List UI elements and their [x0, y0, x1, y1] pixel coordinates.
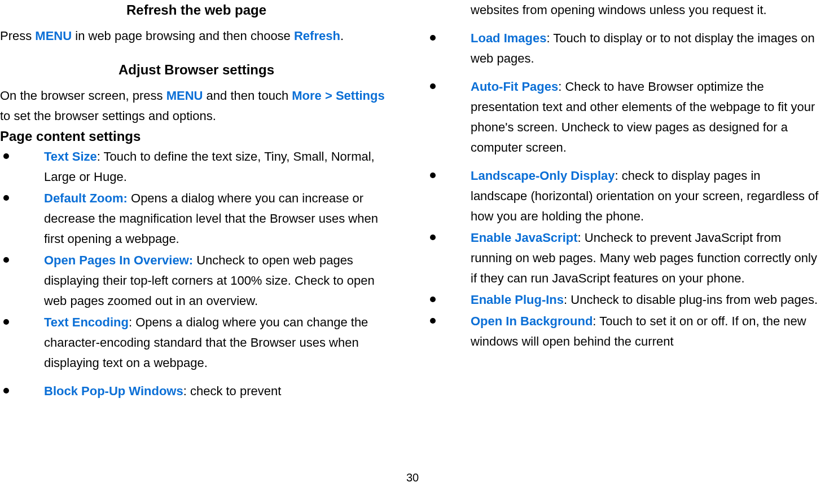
- text: and then touch: [203, 89, 292, 103]
- list-item: Load Images: Touch to display or to not …: [427, 28, 819, 69]
- heading-adjust: Adjust Browser settings: [0, 62, 393, 78]
- right-bullet-list: Load Images: Touch to display or to not …: [427, 28, 819, 352]
- list-item: Text Encoding: Opens a dialog where you …: [0, 312, 393, 373]
- item-text: Open Pages In Overview: Uncheck to open …: [44, 250, 393, 311]
- sep: :: [615, 169, 622, 183]
- item-desc: Uncheck to disable plug-ins from web pag…: [571, 293, 818, 307]
- hl-refresh: Refresh: [294, 29, 340, 43]
- hl-more-settings: More > Settings: [292, 89, 384, 103]
- item-text: Open In Background: Touch to set it on o…: [471, 311, 819, 352]
- bullet-icon: [3, 388, 9, 394]
- sep: :: [558, 79, 565, 94]
- item-text: Default Zoom: Opens a dialog where you c…: [44, 188, 393, 249]
- item-desc: check to prevent: [190, 384, 281, 398]
- list-item: Open In Background: Touch to set it on o…: [427, 311, 819, 352]
- bullet-icon: [430, 235, 436, 240]
- item-label: Block Pop-Up Windows: [44, 384, 183, 398]
- text: to set the browser settings and options.: [0, 109, 216, 123]
- text: .: [340, 29, 344, 43]
- right-column: websites from opening windows unless you…: [410, 0, 825, 468]
- bullet-icon: [430, 318, 436, 324]
- continuation-text: websites from opening windows unless you…: [427, 0, 819, 20]
- refresh-paragraph: Press MENU in web page browsing and then…: [0, 26, 393, 46]
- item-label: Enable JavaScript: [471, 231, 578, 245]
- adjust-paragraph: On the browser screen, press MENU and th…: [0, 86, 393, 126]
- sep: :: [183, 384, 190, 398]
- item-text: Enable JavaScript: Uncheck to prevent Ja…: [471, 228, 819, 289]
- item-label: Default Zoom:: [44, 191, 128, 205]
- item-label: Text Encoding: [44, 315, 129, 329]
- item-text: Block Pop-Up Windows: check to prevent: [44, 381, 393, 401]
- list-item: Open Pages In Overview: Uncheck to open …: [0, 250, 393, 311]
- hl-menu: MENU: [35, 29, 72, 43]
- item-text: Enable Plug-Ins: Uncheck to disable plug…: [471, 290, 819, 310]
- bullet-icon: [430, 173, 436, 178]
- bullet-icon: [430, 297, 436, 302]
- list-item: Block Pop-Up Windows: check to prevent: [0, 381, 393, 401]
- bullet-icon: [430, 35, 436, 41]
- bullet-icon: [3, 319, 9, 325]
- sep: :: [97, 149, 104, 163]
- text: in web page browsing and then choose: [72, 29, 294, 43]
- list-item: Enable Plug-Ins: Uncheck to disable plug…: [427, 290, 819, 310]
- bullet-icon: [3, 257, 9, 263]
- item-label: Enable Plug-Ins: [471, 293, 564, 307]
- item-label: Text Size: [44, 149, 97, 163]
- list-item: Landscape-Only Display: check to display…: [427, 166, 819, 227]
- item-text: Landscape-Only Display: check to display…: [471, 166, 819, 227]
- sep: :: [564, 293, 571, 307]
- left-column: Refresh the web page Press MENU in web p…: [0, 0, 410, 468]
- item-label: Landscape-Only Display: [471, 169, 615, 183]
- left-bullet-list: Text Size: Touch to define the text size…: [0, 147, 393, 401]
- item-label: Open In Background: [471, 314, 593, 328]
- sep: :: [546, 31, 553, 45]
- bullet-icon: [3, 153, 9, 159]
- bullet-icon: [430, 83, 436, 89]
- list-item: Enable JavaScript: Uncheck to prevent Ja…: [427, 228, 819, 289]
- sep: :: [593, 314, 599, 328]
- subhead-page-content: Page content settings: [0, 129, 393, 144]
- page-container: Refresh the web page Press MENU in web p…: [0, 0, 825, 468]
- sep: :: [129, 315, 135, 329]
- bullet-icon: [3, 195, 9, 201]
- item-text: Load Images: Touch to display or to not …: [471, 28, 819, 69]
- item-text: Auto-Fit Pages: Check to have Browser op…: [471, 77, 819, 158]
- hl-menu: MENU: [166, 89, 203, 103]
- text: Press: [0, 29, 35, 43]
- item-text: Text Encoding: Opens a dialog where you …: [44, 312, 393, 373]
- heading-refresh: Refresh the web page: [0, 2, 393, 18]
- list-item: Default Zoom: Opens a dialog where you c…: [0, 188, 393, 249]
- item-label: Auto-Fit Pages: [471, 79, 558, 94]
- item-text: Text Size: Touch to define the text size…: [44, 147, 393, 187]
- list-item: Text Size: Touch to define the text size…: [0, 147, 393, 187]
- item-label: Open Pages In Overview:: [44, 253, 193, 267]
- sep: :: [578, 231, 585, 245]
- list-item: Auto-Fit Pages: Check to have Browser op…: [427, 77, 819, 158]
- item-label: Load Images: [471, 31, 546, 45]
- page-number: 30: [0, 468, 825, 484]
- text: On the browser screen, press: [0, 89, 166, 103]
